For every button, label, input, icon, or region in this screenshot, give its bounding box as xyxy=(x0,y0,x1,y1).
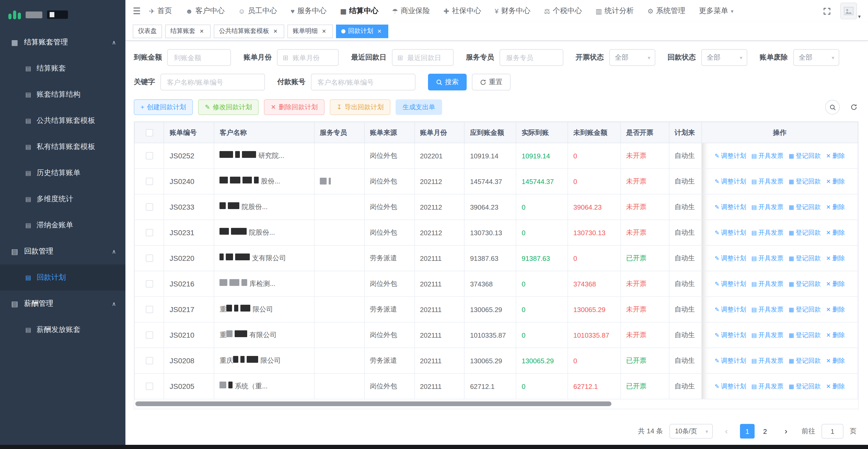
sidebar-item[interactable]: ▤账套结算结构 xyxy=(0,82,125,108)
row-checkbox[interactable] xyxy=(146,152,153,159)
delete-row-link[interactable]: ✕删除 xyxy=(826,203,845,211)
delete-row-link[interactable]: ✕删除 xyxy=(826,331,845,339)
sidebar-section[interactable]: ▤回款管理∧ xyxy=(0,238,125,265)
page-button[interactable]: 1 xyxy=(740,424,754,439)
tab[interactable]: 仪表盘 xyxy=(133,24,162,38)
register-payment-link[interactable]: ▦登记回款 xyxy=(788,279,821,288)
issue-invoice-link[interactable]: ▤开具发票 xyxy=(751,279,784,288)
top-nav-item[interactable]: ♥服务中心 xyxy=(290,6,327,16)
tab[interactable]: 回款计划× xyxy=(336,24,388,38)
generate-expense-button[interactable]: 生成支出单 xyxy=(396,99,442,115)
page-size-select[interactable]: 10条/页 ▾ xyxy=(669,424,713,439)
issue-invoice-link[interactable]: ▤开具发票 xyxy=(751,356,784,365)
issue-invoice-link[interactable]: ▤开具发票 xyxy=(751,177,784,186)
refresh-table-button[interactable] xyxy=(849,102,859,112)
filter-input-field[interactable] xyxy=(166,78,259,87)
issue-invoice-link[interactable]: ▤开具发票 xyxy=(751,382,784,391)
adjust-plan-link[interactable]: ✎调整计划 xyxy=(715,203,746,211)
filter-input[interactable]: ⊞ xyxy=(277,49,339,66)
delete-plan-button[interactable]: ✕删除回款计划 xyxy=(264,99,324,115)
tab[interactable]: 账单明细× xyxy=(287,24,333,38)
top-nav-item[interactable]: ¥财务中心 xyxy=(495,6,530,16)
delete-row-link[interactable]: ✕删除 xyxy=(826,356,845,365)
row-checkbox[interactable] xyxy=(146,306,153,313)
modify-plan-button[interactable]: ✎修改回款计划 xyxy=(198,99,259,115)
register-payment-link[interactable]: ▦登记回款 xyxy=(788,151,821,160)
filter-input-field[interactable] xyxy=(316,78,409,87)
column-search-button[interactable] xyxy=(825,100,840,115)
sidebar-section[interactable]: ▤薪酬管理∧ xyxy=(0,291,125,317)
top-nav-item[interactable]: ▦结算中心 xyxy=(340,6,379,16)
filter-select[interactable]: 全部▾ xyxy=(609,49,655,66)
row-checkbox[interactable] xyxy=(146,203,153,211)
adjust-plan-link[interactable]: ✎调整计划 xyxy=(715,279,746,288)
row-checkbox[interactable] xyxy=(146,331,153,339)
filter-input[interactable]: ⊞ xyxy=(392,49,453,66)
filter-select[interactable]: 全部▾ xyxy=(701,49,747,66)
register-payment-link[interactable]: ▦登记回款 xyxy=(788,356,821,365)
register-payment-link[interactable]: ▦登记回款 xyxy=(788,331,821,339)
prev-page-button[interactable]: ‹ xyxy=(719,424,734,439)
sidebar-item[interactable]: ▤公共结算账套模板 xyxy=(0,108,125,134)
filter-input[interactable] xyxy=(311,74,415,90)
adjust-plan-link[interactable]: ✎调整计划 xyxy=(715,382,746,391)
delete-row-link[interactable]: ✕删除 xyxy=(826,382,845,391)
register-payment-link[interactable]: ▦登记回款 xyxy=(788,382,821,391)
register-payment-link[interactable]: ▦登记回款 xyxy=(788,305,821,314)
top-nav-item[interactable]: ☻客户中心 xyxy=(186,6,224,16)
top-nav-item[interactable]: ▥统计分析 xyxy=(595,6,634,16)
issue-invoice-link[interactable]: ▤开具发票 xyxy=(751,203,784,211)
sidebar-item[interactable]: ▤历史结算账单 xyxy=(0,160,125,186)
sidebar-item[interactable]: ▤私有结算账套模板 xyxy=(0,134,125,160)
adjust-plan-link[interactable]: ✎调整计划 xyxy=(715,254,746,263)
filter-input[interactable] xyxy=(499,49,563,66)
row-checkbox[interactable] xyxy=(146,357,153,364)
filter-input-field[interactable] xyxy=(173,53,225,62)
sidebar-item[interactable]: ▤多维度统计 xyxy=(0,186,125,212)
top-nav-item[interactable]: 更多菜单▾ xyxy=(699,6,734,16)
top-nav-item[interactable]: ☺员工中心 xyxy=(238,6,277,16)
sidebar-section[interactable]: ▦结算账套管理∧ xyxy=(0,29,125,55)
adjust-plan-link[interactable]: ✎调整计划 xyxy=(715,177,746,186)
filter-input[interactable] xyxy=(167,49,231,66)
filter-input-field[interactable] xyxy=(505,53,557,62)
filter-input-field[interactable] xyxy=(291,53,333,62)
filter-input[interactable] xyxy=(160,74,265,90)
user-menu[interactable]: ▾ xyxy=(840,3,861,19)
filter-input-field[interactable] xyxy=(406,53,447,62)
delete-row-link[interactable]: ✕删除 xyxy=(826,228,845,237)
search-button[interactable]: 搜索 xyxy=(428,74,466,90)
row-checkbox[interactable] xyxy=(146,280,153,288)
delete-row-link[interactable]: ✕删除 xyxy=(826,254,845,263)
next-page-button[interactable]: › xyxy=(779,424,793,439)
tab[interactable]: 结算账套× xyxy=(165,24,211,38)
register-payment-link[interactable]: ▦登记回款 xyxy=(788,254,821,263)
top-nav-item[interactable]: ⚙系统管理 xyxy=(648,6,685,16)
issue-invoice-link[interactable]: ▤开具发票 xyxy=(751,305,784,314)
adjust-plan-link[interactable]: ✎调整计划 xyxy=(715,228,746,237)
fullscreen-button[interactable] xyxy=(822,6,832,16)
row-checkbox[interactable] xyxy=(146,255,153,262)
page-button[interactable]: 2 xyxy=(758,424,772,439)
issue-invoice-link[interactable]: ▤开具发票 xyxy=(751,331,784,339)
sidebar-item[interactable]: ▤结算账套 xyxy=(0,55,125,82)
delete-row-link[interactable]: ✕删除 xyxy=(826,177,845,186)
delete-row-link[interactable]: ✕删除 xyxy=(826,279,845,288)
horizontal-scrollbar[interactable] xyxy=(135,401,857,407)
top-nav-item[interactable]: ✚社保中心 xyxy=(444,6,481,16)
close-icon[interactable]: × xyxy=(272,27,279,35)
close-icon[interactable]: × xyxy=(320,27,328,35)
row-checkbox[interactable] xyxy=(146,229,153,236)
adjust-plan-link[interactable]: ✎调整计划 xyxy=(715,305,746,314)
top-nav-item[interactable]: ✈首页 xyxy=(149,6,172,16)
reset-button[interactable]: 重置 xyxy=(472,74,510,90)
goto-page-input[interactable] xyxy=(822,424,843,439)
sidebar-item[interactable]: ▤滞纳金账单 xyxy=(0,212,125,238)
menu-toggle-icon[interactable]: ☰ xyxy=(133,5,141,17)
register-payment-link[interactable]: ▦登记回款 xyxy=(788,177,821,186)
register-payment-link[interactable]: ▦登记回款 xyxy=(788,203,821,211)
row-checkbox[interactable] xyxy=(146,383,153,390)
sidebar-item[interactable]: ▤回款计划 xyxy=(0,265,125,291)
row-checkbox[interactable] xyxy=(146,178,153,185)
delete-row-link[interactable]: ✕删除 xyxy=(826,305,845,314)
